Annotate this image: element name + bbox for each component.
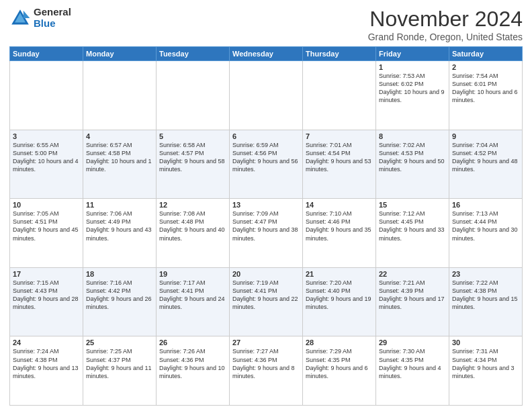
calendar-cell: 25Sunrise: 7:25 AM Sunset: 4:37 PM Dayli… [83,336,157,406]
calendar-cell: 22Sunrise: 7:21 AM Sunset: 4:39 PM Dayli… [376,267,449,336]
day-number: 13 [232,201,300,209]
logo: General Blue [9,7,71,29]
day-info: Sunrise: 7:13 AM Sunset: 4:44 PM Dayligh… [452,210,519,242]
calendar-cell [10,61,83,130]
day-number: 8 [379,132,446,140]
calendar-table: Sunday Monday Tuesday Wednesday Thursday… [9,46,523,406]
calendar-cell: 29Sunrise: 7:30 AM Sunset: 4:35 PM Dayli… [376,336,449,406]
day-info: Sunrise: 7:17 AM Sunset: 4:41 PM Dayligh… [159,279,226,312]
day-info: Sunrise: 7:09 AM Sunset: 4:47 PM Dayligh… [232,210,300,242]
title-block: November 2024 Grand Ronde, Oregon, Unite… [368,7,523,42]
day-number: 25 [86,338,153,347]
calendar-header: Sunday Monday Tuesday Wednesday Thursday… [10,47,523,61]
calendar-cell: 6Sunrise: 6:59 AM Sunset: 4:56 PM Daylig… [230,130,303,199]
day-number: 17 [13,270,80,278]
calendar-cell: 20Sunrise: 7:19 AM Sunset: 4:41 PM Dayli… [230,267,303,336]
day-info: Sunrise: 7:25 AM Sunset: 4:37 PM Dayligh… [86,347,153,380]
day-info: Sunrise: 7:19 AM Sunset: 4:41 PM Dayligh… [232,279,300,312]
calendar-cell [83,61,157,130]
calendar-cell: 28Sunrise: 7:29 AM Sunset: 4:35 PM Dayli… [303,336,376,406]
day-number: 7 [306,132,373,140]
day-number: 14 [306,201,373,209]
day-info: Sunrise: 7:30 AM Sunset: 4:35 PM Dayligh… [379,347,446,380]
day-info: Sunrise: 7:24 AM Sunset: 4:38 PM Dayligh… [13,347,80,380]
header-row: Sunday Monday Tuesday Wednesday Thursday… [10,47,523,61]
day-number: 22 [379,270,446,278]
day-number: 12 [159,201,226,209]
col-sunday: Sunday [10,47,83,61]
day-info: Sunrise: 7:29 AM Sunset: 4:35 PM Dayligh… [306,347,373,380]
svg-marker-2 [24,10,30,17]
day-number: 20 [232,270,300,278]
calendar-week-3: 10Sunrise: 7:05 AM Sunset: 4:51 PM Dayli… [10,199,523,268]
day-number: 5 [159,132,226,140]
day-info: Sunrise: 7:01 AM Sunset: 4:54 PM Dayligh… [306,141,373,174]
day-number: 19 [159,270,226,278]
day-info: Sunrise: 7:26 AM Sunset: 4:36 PM Dayligh… [159,347,226,380]
calendar-cell: 1Sunrise: 7:53 AM Sunset: 6:02 PM Daylig… [376,61,449,130]
day-number: 24 [13,338,80,347]
day-number: 3 [13,132,80,140]
day-number: 30 [452,338,519,347]
day-info: Sunrise: 7:15 AM Sunset: 4:43 PM Dayligh… [13,279,80,312]
day-info: Sunrise: 7:27 AM Sunset: 4:36 PM Dayligh… [232,347,300,380]
day-info: Sunrise: 7:22 AM Sunset: 4:38 PM Dayligh… [452,279,519,312]
calendar-cell: 30Sunrise: 7:31 AM Sunset: 4:34 PM Dayli… [449,336,523,406]
calendar-cell: 26Sunrise: 7:26 AM Sunset: 4:36 PM Dayli… [157,336,230,406]
day-number: 6 [232,132,300,140]
col-monday: Monday [83,47,157,61]
col-saturday: Saturday [449,47,523,61]
calendar-cell: 2Sunrise: 7:54 AM Sunset: 6:01 PM Daylig… [449,61,523,130]
logo-icon [9,7,31,29]
calendar-cell: 7Sunrise: 7:01 AM Sunset: 4:54 PM Daylig… [303,130,376,199]
logo-general: General [34,7,71,18]
calendar-cell: 18Sunrise: 7:16 AM Sunset: 4:42 PM Dayli… [83,267,157,336]
calendar-cell [230,61,303,130]
col-wednesday: Wednesday [230,47,303,61]
day-info: Sunrise: 7:10 AM Sunset: 4:46 PM Dayligh… [306,210,373,242]
calendar-cell: 19Sunrise: 7:17 AM Sunset: 4:41 PM Dayli… [157,267,230,336]
calendar-cell: 15Sunrise: 7:12 AM Sunset: 4:45 PM Dayli… [376,199,449,268]
calendar-cell: 16Sunrise: 7:13 AM Sunset: 4:44 PM Dayli… [449,199,523,268]
col-tuesday: Tuesday [157,47,230,61]
day-info: Sunrise: 7:16 AM Sunset: 4:42 PM Dayligh… [86,279,153,312]
day-number: 1 [379,63,446,71]
col-thursday: Thursday [303,47,376,61]
logo-blue: Blue [34,18,71,30]
calendar-week-2: 3Sunrise: 6:55 AM Sunset: 5:00 PM Daylig… [10,130,523,199]
col-friday: Friday [376,47,449,61]
day-number: 23 [452,270,519,278]
logo-text: General Blue [34,7,71,29]
day-number: 29 [379,338,446,347]
day-info: Sunrise: 7:08 AM Sunset: 4:48 PM Dayligh… [159,210,226,242]
day-number: 10 [13,201,80,209]
day-info: Sunrise: 7:21 AM Sunset: 4:39 PM Dayligh… [379,279,446,312]
calendar-cell: 11Sunrise: 7:06 AM Sunset: 4:49 PM Dayli… [83,199,157,268]
calendar-cell: 17Sunrise: 7:15 AM Sunset: 4:43 PM Dayli… [10,267,83,336]
day-number: 15 [379,201,446,209]
calendar-cell: 10Sunrise: 7:05 AM Sunset: 4:51 PM Dayli… [10,199,83,268]
calendar-cell: 24Sunrise: 7:24 AM Sunset: 4:38 PM Dayli… [10,336,83,406]
calendar-body: 1Sunrise: 7:53 AM Sunset: 6:02 PM Daylig… [10,61,523,406]
calendar-cell: 5Sunrise: 6:58 AM Sunset: 4:57 PM Daylig… [157,130,230,199]
day-info: Sunrise: 7:20 AM Sunset: 4:40 PM Dayligh… [306,279,373,312]
day-info: Sunrise: 7:31 AM Sunset: 4:34 PM Dayligh… [452,347,519,380]
location: Grand Ronde, Oregon, United States [368,32,523,42]
calendar-cell: 9Sunrise: 7:04 AM Sunset: 4:52 PM Daylig… [449,130,523,199]
calendar-cell: 23Sunrise: 7:22 AM Sunset: 4:38 PM Dayli… [449,267,523,336]
day-info: Sunrise: 6:57 AM Sunset: 4:58 PM Dayligh… [86,141,153,174]
calendar-cell: 13Sunrise: 7:09 AM Sunset: 4:47 PM Dayli… [230,199,303,268]
day-info: Sunrise: 6:59 AM Sunset: 4:56 PM Dayligh… [232,141,300,174]
calendar-cell: 3Sunrise: 6:55 AM Sunset: 5:00 PM Daylig… [10,130,83,199]
day-number: 2 [452,63,519,71]
calendar-cell: 12Sunrise: 7:08 AM Sunset: 4:48 PM Dayli… [157,199,230,268]
day-number: 16 [452,201,519,209]
day-number: 4 [86,132,153,140]
calendar-cell [157,61,230,130]
day-number: 27 [232,338,300,347]
calendar-cell: 8Sunrise: 7:02 AM Sunset: 4:53 PM Daylig… [376,130,449,199]
day-number: 9 [452,132,519,140]
day-number: 28 [306,338,373,347]
header: General Blue November 2024 Grand Ronde, … [9,7,523,42]
calendar-week-1: 1Sunrise: 7:53 AM Sunset: 6:02 PM Daylig… [10,61,523,130]
